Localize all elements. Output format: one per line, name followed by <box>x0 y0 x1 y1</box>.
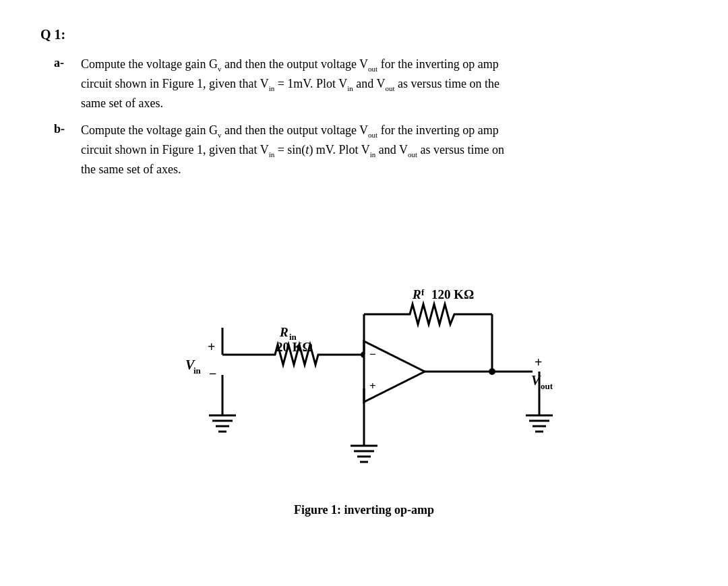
vout-sub: out <box>541 381 553 391</box>
figure-area: + − V in R in 20 KΩ − + <box>40 206 688 517</box>
vin-minus-label: − <box>209 366 216 381</box>
vin-plus-label: + <box>208 339 215 354</box>
rin-label: R <box>279 325 289 339</box>
vin-sub: in <box>193 365 202 376</box>
circuit-diagram: + − V in R in 20 KΩ − + <box>135 206 593 490</box>
part-a: a- Compute the voltage gain Gv and then … <box>54 55 688 113</box>
part-a-text: Compute the voltage gain Gv and then the… <box>81 55 688 113</box>
vout-plus-label: + <box>535 355 542 370</box>
question-parts: a- Compute the voltage gain Gv and then … <box>54 55 688 179</box>
non-inv-plus-label: + <box>369 380 376 392</box>
rf-sub: f <box>421 287 425 297</box>
figure-caption: Figure 1: inverting op-amp <box>294 503 434 517</box>
rf-value: 120 KΩ <box>431 287 474 301</box>
part-a-label: a- <box>54 56 81 70</box>
part-b-label: b- <box>54 122 81 136</box>
rf-resistor <box>404 304 479 324</box>
part-b-text: Compute the voltage gain Gv and then the… <box>81 121 688 179</box>
rf-label: R <box>412 287 421 301</box>
inv-minus-label: − <box>369 348 376 361</box>
part-b: b- Compute the voltage gain Gv and then … <box>54 121 688 179</box>
question-label: Q 1: <box>40 27 688 42</box>
